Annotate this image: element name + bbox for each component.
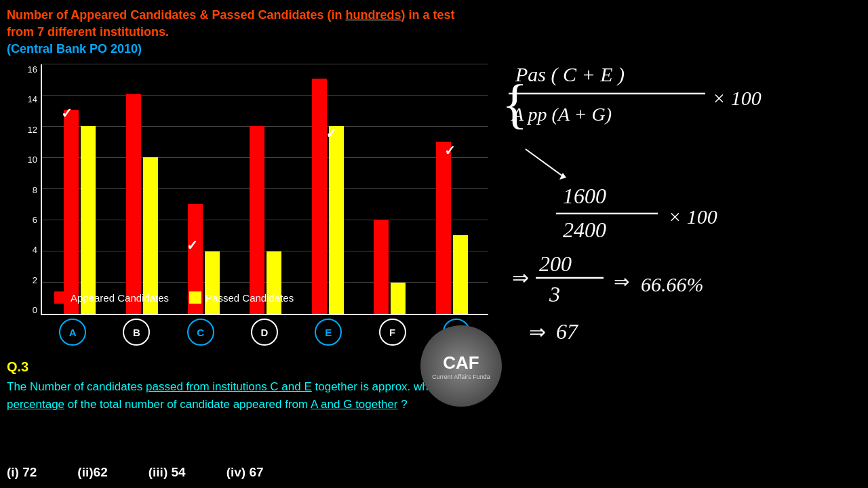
checkmark-c: ✓	[186, 237, 198, 253]
bar-group-d	[250, 126, 281, 314]
watermark: CAF Current Affairs Funda	[420, 325, 502, 407]
title-subtitle: (Central Bank PO 2010)	[7, 42, 142, 56]
legend-passed-box	[189, 291, 201, 304]
bar-d-appeared	[250, 126, 264, 314]
svg-text:3: 3	[549, 282, 560, 306]
checkmark-g: ✓	[444, 142, 456, 159]
chart-title: Number of Appeared Candidates & Passed C…	[7, 7, 481, 58]
y-label-2: 2	[20, 275, 37, 285]
bar-f-passed	[391, 283, 406, 314]
legend-passed-label: Passed Candidates	[205, 292, 294, 304]
option-i: (i) 72	[7, 465, 37, 480]
checkmark-a: ✓	[61, 105, 73, 121]
svg-text:2400: 2400	[563, 218, 606, 242]
y-label-10: 10	[20, 155, 37, 165]
svg-text:66.66%: 66.66%	[641, 273, 704, 296]
right-panel: Pas ( C + E ) A pp (A + G) × 100 { 1600 …	[495, 0, 868, 488]
bar-group-g	[436, 142, 468, 314]
option-ii: (ii)62	[77, 465, 107, 480]
bar-g-appeared	[436, 142, 451, 314]
bar-group-b	[126, 94, 158, 314]
svg-text:67: 67	[556, 319, 579, 344]
bar-e-appeared	[312, 79, 327, 314]
legend-passed: Passed Candidates	[189, 291, 294, 304]
x-label-f: F	[379, 319, 406, 346]
x-label-e: E	[315, 319, 342, 346]
svg-text:1600: 1600	[563, 184, 606, 208]
bar-a-appeared	[64, 110, 79, 314]
bar-c-passed	[205, 251, 220, 314]
question-area: Q.3 The Number of candidates passed from…	[7, 359, 468, 413]
x-label-a: A	[59, 319, 86, 346]
bar-b-passed	[143, 157, 158, 314]
legend-appeared-label: Appeared Candidates	[71, 292, 169, 304]
x-axis: A B C D E F G	[41, 319, 488, 346]
title-line1: Number of Appeared Candidates & Passed C…	[7, 8, 454, 39]
y-label-12: 12	[20, 125, 37, 135]
question-text: The Number of candidates passed from ins…	[7, 378, 468, 413]
bar-a-passed	[81, 126, 96, 314]
svg-text:× 100: × 100	[668, 205, 717, 228]
y-label-0: 0	[20, 305, 37, 315]
x-label-d: D	[251, 319, 278, 346]
bars-container	[49, 64, 483, 314]
y-label-8: 8	[20, 185, 37, 195]
option-iii: (iii) 54	[149, 465, 186, 480]
svg-text:200: 200	[539, 251, 572, 276]
y-label-4: 4	[20, 245, 37, 255]
bar-g-passed	[453, 235, 468, 314]
y-label-14: 14	[20, 94, 37, 104]
left-panel: Number of Appeared Candidates & Passed C…	[0, 0, 495, 488]
bar-d-passed	[267, 251, 281, 314]
svg-line-5	[526, 149, 563, 176]
bar-f-appeared	[374, 220, 389, 314]
x-label-b: B	[123, 319, 150, 346]
chart-legend: Appeared Candidates Passed Candidates	[54, 291, 294, 304]
svg-text:⇒: ⇒	[529, 321, 546, 343]
y-label-16: 16	[20, 64, 37, 75]
svg-text:× 100: × 100	[712, 87, 762, 109]
bar-group-a	[64, 110, 96, 314]
watermark-caf-text: CAF	[443, 352, 479, 373]
bar-e-passed	[329, 126, 344, 314]
svg-text:⇒: ⇒	[512, 266, 529, 289]
question-number: Q.3	[7, 359, 468, 375]
legend-appeared: Appeared Candidates	[54, 291, 169, 304]
options-row: (i) 72 (ii)62 (iii) 54 (iv) 67	[7, 465, 264, 480]
bar-group-f	[374, 220, 406, 314]
bar-group-e	[312, 79, 344, 314]
x-label-c: C	[187, 319, 214, 346]
chart-inner	[41, 64, 488, 315]
y-axis: 0 2 4 6 8 10 12 14 16	[20, 64, 37, 315]
option-iv: (iv) 67	[226, 465, 264, 480]
svg-text:Pas ( C + E ): Pas ( C + E )	[515, 63, 625, 86]
math-svg: Pas ( C + E ) A pp (A + G) × 100 { 1600 …	[495, 0, 868, 488]
svg-text:{: {	[502, 74, 528, 134]
bar-b-appeared	[126, 94, 141, 314]
svg-text:⇒: ⇒	[614, 271, 629, 292]
y-label-6: 6	[20, 215, 37, 225]
legend-appeared-box	[54, 291, 66, 304]
watermark-subtext: Current Affairs Funda	[432, 373, 490, 380]
checkmark-e: ✓	[326, 125, 337, 142]
